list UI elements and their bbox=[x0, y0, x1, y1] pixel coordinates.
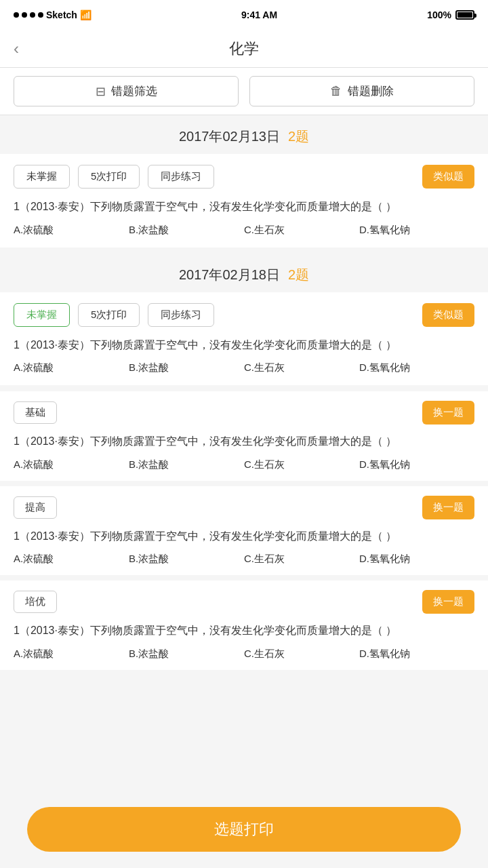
section-separator bbox=[0, 248, 488, 254]
option-b-1: B.浓盐酸 bbox=[129, 224, 244, 237]
sub-section-elite: 培优 换一题 1（2013·泰安）下列物质露置于空气中，没有发生化学变化而质量增… bbox=[0, 575, 488, 670]
status-left: Sketch 📶 bbox=[14, 9, 92, 20]
elite-tag: 培优 bbox=[14, 591, 57, 613]
battery-label: 100% bbox=[427, 9, 451, 20]
filter-button[interactable]: ⊟ 错题筛选 bbox=[14, 76, 239, 106]
print-btn-2[interactable]: 5次打印 bbox=[78, 303, 140, 327]
back-button[interactable]: ‹ bbox=[14, 39, 19, 58]
page-title: 化学 bbox=[229, 39, 259, 59]
sync-btn-2[interactable]: 同步练习 bbox=[148, 303, 214, 327]
elite-opt-d: D.氢氧化钠 bbox=[359, 648, 474, 660]
similar-btn-2[interactable]: 类似题 bbox=[422, 303, 474, 327]
opt-a-2: A.浓硫酸 bbox=[14, 361, 129, 374]
swap-btn-basic[interactable]: 换一题 bbox=[422, 401, 474, 425]
delete-button[interactable]: 🗑 错题删除 bbox=[249, 76, 474, 106]
option-d-1: D.氢氧化钠 bbox=[359, 224, 474, 237]
basic-opt-d: D.氢氧化钠 bbox=[359, 458, 474, 471]
sub-section-basic: 基础 换一题 1（2013·泰安）下列物质露置于空气中，没有发生化学变化而质量增… bbox=[0, 386, 488, 481]
unmastered-btn-2[interactable]: 未掌握 bbox=[14, 303, 70, 327]
print-button[interactable]: 选题打印 bbox=[27, 807, 461, 852]
elite-opt-b: B.浓盐酸 bbox=[129, 648, 244, 660]
option-c-1: C.生石灰 bbox=[244, 224, 359, 237]
opt-c-2: C.生石灰 bbox=[244, 361, 359, 374]
date-count-2: 2题 bbox=[288, 266, 309, 284]
date-section-2: 2017年02月18日 2题 未掌握 5次打印 同步练习 类似题 1（2013·… bbox=[0, 254, 488, 670]
sub-header-elite: 培优 换一题 bbox=[14, 590, 474, 614]
elite-question-options: A.浓硫酸 B.浓盐酸 C.生石灰 D.氢氧化钠 bbox=[14, 648, 474, 660]
trash-icon: 🗑 bbox=[330, 84, 342, 98]
question-text-2: 1（2013·泰安）下列物质露置于空气中，没有发生化学变化而质量增大的是（ ） bbox=[14, 336, 474, 354]
question-actions-2: 未掌握 5次打印 同步练习 类似题 bbox=[14, 303, 474, 327]
date-header-1: 2017年02月13日 2题 bbox=[0, 115, 488, 154]
filter-label: 错题筛选 bbox=[111, 83, 157, 99]
wifi-icon: 📶 bbox=[80, 9, 92, 20]
question-actions-1: 未掌握 5次打印 同步练习 类似题 bbox=[14, 165, 474, 189]
option-a-1: A.浓硫酸 bbox=[14, 224, 129, 237]
opt-d-2: D.氢氧化钠 bbox=[359, 361, 474, 374]
elite-opt-c: C.生石灰 bbox=[244, 648, 359, 660]
date-text-2: 2017年02月18日 bbox=[179, 266, 280, 284]
basic-opt-b: B.浓盐酸 bbox=[129, 458, 244, 471]
adv-opt-b: B.浓盐酸 bbox=[129, 553, 244, 566]
delete-label: 错题删除 bbox=[348, 83, 394, 99]
adv-opt-a: A.浓硫酸 bbox=[14, 553, 129, 566]
basic-question-text: 1（2013·泰安）下列物质露置于空气中，没有发生化学变化而质量增大的是（ ） bbox=[14, 433, 474, 450]
elite-opt-a: A.浓硫酸 bbox=[14, 648, 129, 660]
question-card-2: 未掌握 5次打印 同步练习 类似题 1（2013·泰安）下列物质露置于空气中，没… bbox=[0, 292, 488, 386]
back-arrow-icon: ‹ bbox=[14, 39, 19, 58]
question-options-2: A.浓硫酸 B.浓盐酸 C.生石灰 D.氢氧化钠 bbox=[14, 361, 474, 374]
date-header-2: 2017年02月18日 2题 bbox=[0, 254, 488, 292]
content: 2017年02月13日 2题 未掌握 5次打印 同步练习 类似题 1（2013·… bbox=[0, 115, 488, 738]
basic-tag: 基础 bbox=[14, 401, 57, 424]
similar-btn-1[interactable]: 类似题 bbox=[422, 165, 474, 189]
adv-opt-c: C.生石灰 bbox=[244, 553, 359, 566]
status-time: 9:41 AM bbox=[241, 9, 277, 20]
sync-btn-1[interactable]: 同步练习 bbox=[148, 165, 214, 189]
filter-icon: ⊟ bbox=[96, 84, 106, 99]
question-text-1: 1（2013·泰安）下列物质露置于空气中，没有发生化学变化而质量增大的是（ ） bbox=[14, 198, 474, 216]
status-right: 100% bbox=[427, 9, 474, 20]
sub-header-basic: 基础 换一题 bbox=[14, 401, 474, 425]
basic-opt-a: A.浓硫酸 bbox=[14, 458, 129, 471]
swap-btn-advanced[interactable]: 换一题 bbox=[422, 496, 474, 519]
status-bar: Sketch 📶 9:41 AM 100% bbox=[0, 0, 488, 30]
elite-question-text: 1（2013·泰安）下列物质露置于空气中，没有发生化学变化而质量增大的是（ ） bbox=[14, 622, 474, 639]
adv-opt-d: D.氢氧化钠 bbox=[359, 553, 474, 566]
date-text-1: 2017年02月13日 bbox=[179, 127, 280, 146]
advanced-question-options: A.浓硫酸 B.浓盐酸 C.生石灰 D.氢氧化钠 bbox=[14, 553, 474, 566]
toolbar: ⊟ 错题筛选 🗑 错题删除 bbox=[0, 68, 488, 115]
date-count-1: 2题 bbox=[288, 127, 309, 146]
basic-opt-c: C.生石灰 bbox=[244, 458, 359, 471]
sub-header-advanced: 提高 换一题 bbox=[14, 496, 474, 519]
app-name: Sketch bbox=[46, 9, 77, 20]
sub-section-advanced: 提高 换一题 1（2013·泰安）下列物质露置于空气中，没有发生化学变化而质量增… bbox=[0, 481, 488, 576]
basic-question-options: A.浓硫酸 B.浓盐酸 C.生石灰 D.氢氧化钠 bbox=[14, 458, 474, 471]
nav-bar: ‹ 化学 bbox=[0, 30, 488, 68]
print-btn-1[interactable]: 5次打印 bbox=[78, 165, 140, 189]
question-options-1: A.浓硫酸 B.浓盐酸 C.生石灰 D.氢氧化钠 bbox=[14, 224, 474, 237]
advanced-tag: 提高 bbox=[14, 496, 57, 519]
advanced-question-text: 1（2013·泰安）下列物质露置于空气中，没有发生化学变化而质量增大的是（ ） bbox=[14, 528, 474, 545]
unmastered-btn-1[interactable]: 未掌握 bbox=[14, 165, 70, 189]
battery-icon bbox=[455, 10, 474, 20]
signal-dots bbox=[14, 12, 43, 18]
swap-btn-elite[interactable]: 换一题 bbox=[422, 590, 474, 614]
question-card-1: 未掌握 5次打印 同步练习 类似题 1（2013·泰安）下列物质露置于空气中，没… bbox=[0, 154, 488, 248]
bottom-bar: 选题打印 bbox=[0, 796, 488, 868]
opt-b-2: B.浓盐酸 bbox=[129, 361, 244, 374]
date-section-1: 2017年02月13日 2题 未掌握 5次打印 同步练习 类似题 1（2013·… bbox=[0, 115, 488, 248]
